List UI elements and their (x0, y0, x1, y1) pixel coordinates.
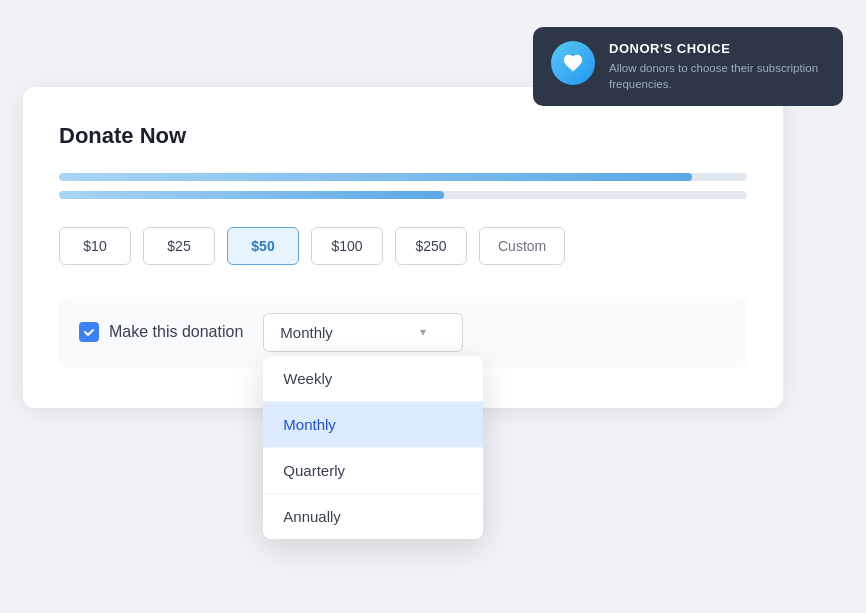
dropdown-wrapper: Monthly ▾ Weekly Monthly Quarterly Annua… (263, 313, 463, 352)
tooltip-card: DONOR'S CHOICE Allow donors to choose th… (533, 27, 843, 106)
dropdown-menu: Weekly Monthly Quarterly Annually (263, 356, 483, 539)
tooltip-text: DONOR'S CHOICE Allow donors to choose th… (609, 41, 825, 92)
frequency-row: Make this donation Monthly ▾ Weekly Mont… (59, 297, 747, 368)
amount-btn-custom[interactable]: Custom (479, 227, 565, 265)
dropdown-selected-value: Monthly (280, 324, 333, 341)
progress-bars (59, 173, 747, 199)
dropdown-option-quarterly[interactable]: Quarterly (263, 448, 483, 494)
tooltip-icon (551, 41, 595, 85)
progress-bar-track-1 (59, 173, 747, 181)
checkbox-wrapper: Make this donation (79, 322, 243, 342)
progress-bar-fill-2 (59, 191, 444, 199)
frequency-dropdown[interactable]: Monthly ▾ (263, 313, 463, 352)
amount-buttons: $10 $25 $50 $100 $250 Custom (59, 227, 747, 265)
amount-btn-250[interactable]: $250 (395, 227, 467, 265)
dropdown-option-weekly[interactable]: Weekly (263, 356, 483, 402)
page-title: Donate Now (59, 123, 747, 149)
donation-label: Make this donation (109, 323, 243, 341)
chevron-down-icon: ▾ (420, 325, 426, 339)
tooltip-description: Allow donors to choose their subscriptio… (609, 60, 825, 92)
progress-bar-track-2 (59, 191, 747, 199)
amount-btn-25[interactable]: $25 (143, 227, 215, 265)
recurring-checkbox[interactable] (79, 322, 99, 342)
donate-card: Donate Now $10 $25 $50 $100 $250 Custom (23, 87, 783, 408)
progress-bar-fill-1 (59, 173, 692, 181)
amount-btn-10[interactable]: $10 (59, 227, 131, 265)
dropdown-option-monthly[interactable]: Monthly (263, 402, 483, 448)
amount-btn-100[interactable]: $100 (311, 227, 383, 265)
amount-btn-50[interactable]: $50 (227, 227, 299, 265)
dropdown-option-annually[interactable]: Annually (263, 494, 483, 539)
tooltip-title: DONOR'S CHOICE (609, 41, 825, 56)
